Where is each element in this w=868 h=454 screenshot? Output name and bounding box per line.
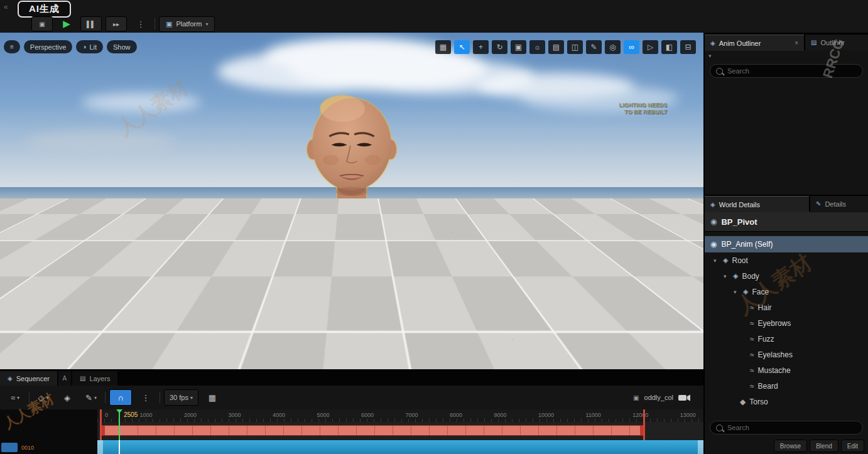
blend-button[interactable]: Blend: [810, 440, 838, 452]
tab-layers[interactable]: ▤ Layers: [72, 371, 117, 386]
site-watermark-text: 技艺学习素材网 ｗｗｗ．ｊｙ３ｄ．ｃｎ: [190, 219, 513, 241]
timeline-lock-button[interactable]: [1, 443, 18, 452]
edit-icon[interactable]: ✎: [586, 40, 602, 54]
cloud: [25, 131, 176, 152]
tree-row-label: Torso: [749, 397, 768, 406]
outliner-search-input[interactable]: Search: [710, 64, 863, 78]
tab-anim-outliner[interactable]: ◈ Anim Outliner ×: [705, 35, 804, 51]
track-list-area[interactable]: 0010: [0, 409, 98, 454]
curve-editor-button[interactable]: ▦: [202, 390, 222, 405]
playhead-line[interactable]: [119, 409, 120, 440]
auto-key-button[interactable]: ✎ ▾: [81, 390, 101, 405]
view-modes-icon[interactable]: ▤: [548, 40, 564, 54]
perspective-dropdown[interactable]: Perspective: [24, 40, 72, 53]
tree-row-selected[interactable]: ◉ BP_Anim (Self): [705, 236, 868, 252]
sequence-name[interactable]: oddly_col: [644, 394, 673, 401]
caret-icon[interactable]: ▾: [713, 257, 719, 264]
fps-dropdown[interactable]: 30 fps ▾: [164, 389, 198, 406]
toolbar-divider: [160, 392, 160, 403]
tab-world-details-label: World Details: [719, 201, 760, 208]
range-in-marker[interactable]: [100, 409, 102, 440]
current-frame-label: 2505: [124, 411, 138, 418]
track-lane[interactable]: [97, 422, 703, 440]
search-placeholder: Search: [727, 67, 749, 75]
step-forward-button[interactable]: ▸▸: [106, 16, 127, 31]
collapse-icon[interactable]: ⊟: [680, 40, 696, 54]
viewport-options-menu[interactable]: ≡: [4, 40, 20, 53]
tree-row-mustache[interactable]: ≈ Mustache: [705, 362, 868, 378]
snap-toggle-button[interactable]: ∩: [109, 389, 132, 406]
close-icon[interactable]: ×: [795, 40, 798, 46]
time-ruler[interactable]: 01000 20003000 40005000 60007000 8000900…: [97, 409, 703, 423]
lit-mode-icon[interactable]: ☼: [529, 40, 545, 54]
details-search-input[interactable]: Search: [710, 421, 863, 435]
scale-icon[interactable]: ▣: [511, 40, 526, 54]
caret-icon[interactable]: ▾: [734, 289, 739, 295]
play-preview-icon[interactable]: ▷: [643, 40, 658, 54]
toolbar-divider: [105, 392, 106, 403]
lit-mode-dropdown[interactable]: ◑ Lit: [76, 40, 103, 53]
tree-row-eyelashes[interactable]: ≈ Eyelashes: [705, 347, 868, 362]
bp-pivot-row[interactable]: ◉ BP_Pivot: [705, 212, 868, 232]
editor-window-icon[interactable]: ▣: [31, 16, 53, 31]
tree-row-body[interactable]: ▾ ◈ Body: [705, 268, 868, 284]
snap-grid-icon[interactable]: ▦: [435, 40, 451, 54]
show-label: Show: [113, 43, 131, 51]
show-flags-dropdown[interactable]: Show: [107, 40, 137, 53]
focus-icon[interactable]: ◎: [605, 40, 621, 54]
groom-icon: ≈: [750, 382, 754, 391]
platform-icon: ▣: [166, 20, 172, 28]
lit-icon: ◑: [82, 43, 86, 50]
layers-icon: ▤: [80, 375, 85, 382]
range-slider[interactable]: [97, 440, 703, 454]
platform-dropdown[interactable]: ▣ Platform ▾: [159, 16, 215, 32]
play-button[interactable]: ▶: [57, 17, 77, 31]
timeline: 0010 01000 20003000 40005000 60007000 80…: [0, 409, 703, 454]
tab-details[interactable]: ✎ Details: [810, 196, 868, 212]
chevron-down-icon[interactable]: ▾: [708, 53, 712, 59]
tree-row-fuzz[interactable]: ≈ Fuzz: [705, 331, 868, 347]
select-icon[interactable]: ↖: [454, 40, 470, 54]
edit-button[interactable]: Edit: [841, 440, 864, 452]
browse-button[interactable]: Browse: [774, 440, 807, 452]
caret-icon[interactable]: ▾: [724, 273, 729, 279]
tree-row-label: Eyebrows: [758, 319, 791, 328]
tree-row-beard[interactable]: ≈ Beard: [705, 378, 868, 394]
viewport-icon-strip: ▦ ↖ + ↻ ▣ ☼ ▤ ◫ ✎ ◎ ∞ ▷ ◧ ⊟: [435, 40, 696, 54]
back-icon[interactable]: «: [4, 3, 8, 11]
sequencer-panel: ◈ Sequencer A ▤ Layers ≈ ▾ ◇ ▾ ◈ ✎ ▾ ∩ ⋮…: [0, 369, 703, 454]
keyframe-options-button[interactable]: ◇ ▾: [33, 390, 53, 405]
tab-world-details[interactable]: ◈ World Details: [705, 196, 809, 212]
tree-row-eyebrows[interactable]: ≈ Eyebrows: [705, 315, 868, 331]
selected-item-label: BP_Anim (Self): [721, 240, 773, 249]
layers-icon[interactable]: ◫: [567, 40, 583, 54]
tab-outliner[interactable]: ▤ Outliner: [805, 35, 868, 50]
fps-label: 30 fps: [170, 394, 188, 401]
ai-generated-label: AI生成: [29, 3, 60, 15]
tree-row-label: Face: [752, 288, 769, 296]
camera-speed-icon[interactable]: ◧: [661, 40, 677, 54]
tree-row-label: Beard: [758, 382, 778, 391]
snap-options-menu[interactable]: ⋮: [136, 390, 156, 405]
chevron-down-icon: ▾: [205, 21, 208, 27]
link-icon[interactable]: ∞: [624, 40, 639, 54]
tree-row-torso[interactable]: ◆ Torso: [705, 394, 868, 409]
camera-icon[interactable]: [678, 394, 691, 402]
range-out-marker[interactable]: [643, 409, 645, 440]
rotate-icon[interactable]: ↻: [492, 40, 507, 54]
viewport-3d[interactable]: ≡ Perspective ◑ Lit Show ▦ ↖ + ↻ ▣ ☼ ▤ ◫…: [0, 33, 703, 369]
perspective-label: Perspective: [30, 43, 66, 51]
animation-section-bar[interactable]: [100, 425, 644, 436]
pause-button[interactable]: ▌▌: [80, 16, 102, 31]
tab-sequencer[interactable]: ◈ Sequencer: [0, 371, 57, 386]
pin-tab-button[interactable]: A: [58, 371, 71, 386]
metahuman-character: [202, 67, 501, 369]
tree-row-face[interactable]: ▾ ◈ Face: [705, 284, 868, 300]
tree-row-hair[interactable]: ≈ Hair: [705, 300, 868, 315]
move-icon[interactable]: +: [473, 40, 489, 54]
play-options-menu[interactable]: ⋮: [131, 17, 151, 31]
chevron-down-icon: ▾: [190, 395, 193, 401]
curve-filter-button[interactable]: ≈ ▾: [5, 390, 25, 405]
add-keyframe-button[interactable]: ◈: [57, 390, 77, 405]
tree-row-root[interactable]: ▾ ◈ Root: [705, 252, 868, 268]
